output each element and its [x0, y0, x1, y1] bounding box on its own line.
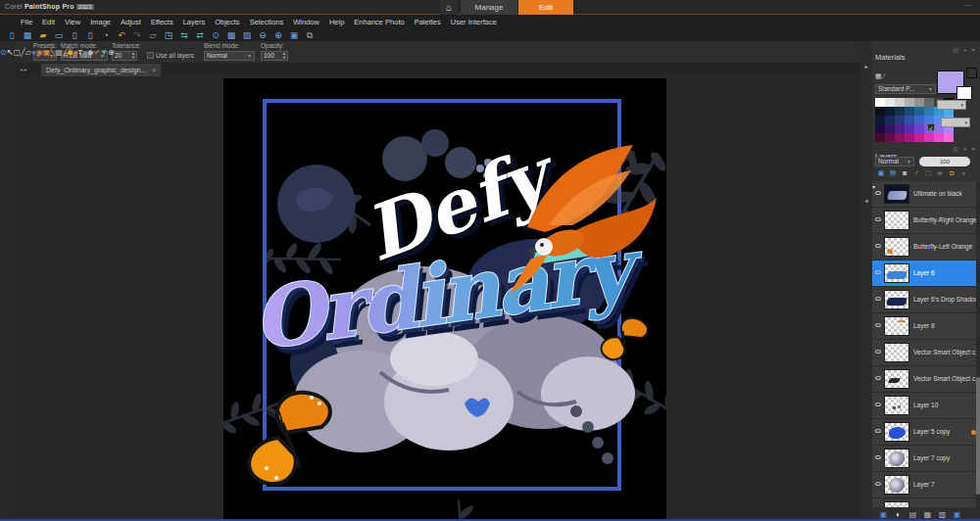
layer-visibility-toggle[interactable] [875, 350, 881, 354]
layer-thumbnail[interactable] [884, 263, 909, 283]
layer-visibility-toggle[interactable] [875, 297, 881, 301]
menu-user-interface[interactable]: User Interface [446, 18, 502, 26]
materials-window-controls[interactable]: ◱ • × [953, 46, 977, 53]
resize-icon[interactable]: ◳ [161, 29, 176, 41]
menu-edit[interactable]: Edit [37, 18, 60, 26]
color-swatch-4-6[interactable] [934, 133, 944, 142]
menu-file[interactable]: File [16, 18, 37, 26]
foreground-mini-chip[interactable] [966, 68, 977, 78]
background-color-chip[interactable] [956, 86, 972, 100]
duplicate-layer-icon[interactable]: ▦ [920, 510, 935, 519]
layer-visibility-toggle[interactable] [875, 217, 881, 221]
lock-transparency-icon[interactable]: ◙ [899, 169, 910, 177]
crop-to-selection-icon[interactable]: ▱ [145, 29, 161, 41]
selection-tool[interactable]: ▢ [13, 48, 21, 57]
layer-row[interactable]: Vector Smart Object c... [872, 366, 980, 393]
tab-scroll-arrows[interactable]: ◂ ▸ [20, 66, 27, 72]
color-swatch-3-2[interactable] [895, 124, 905, 133]
color-swatch-4-2[interactable] [895, 133, 905, 142]
layer-row[interactable] [872, 498, 980, 507]
palette-icon[interactable]: ▣ [286, 29, 302, 41]
menu-layers[interactable]: Layers [178, 18, 211, 26]
menu-help[interactable]: Help [324, 18, 349, 26]
delete-layer-icon[interactable]: ▥ [935, 510, 950, 519]
layer-visibility-toggle[interactable] [875, 244, 881, 248]
use-all-layers-checkbox[interactable]: Use all layers [147, 52, 194, 59]
new-raster-layer-icon[interactable]: ▣ [876, 510, 891, 519]
layer-styles-icon[interactable]: ▣ [950, 510, 964, 519]
scan-icon[interactable]: ▭ [51, 29, 67, 41]
layer-thumbnail[interactable] [884, 290, 909, 309]
color-swatch-0-0[interactable] [875, 98, 885, 107]
checkbox-box[interactable] [147, 52, 154, 59]
foreground-style-button[interactable]: ▾ [937, 100, 966, 110]
layer-thumbnail[interactable] [884, 422, 909, 442]
layer-thumbnail[interactable] [884, 237, 909, 257]
adjust-view-icon[interactable]: ▨ [239, 29, 255, 41]
color-swatch-3-1[interactable] [885, 124, 895, 133]
layer-visibility-toggle[interactable] [875, 191, 881, 195]
color-swatch-0-1[interactable] [885, 98, 895, 107]
menu-objects[interactable]: Objects [210, 18, 244, 26]
layer-visibility-toggle[interactable] [875, 482, 881, 486]
swap-colors-checkbox[interactable]: ✓ [927, 123, 935, 131]
layer-expand-caret[interactable]: ▾ [872, 183, 875, 190]
mesh-warp-tool[interactable]: ▼ [100, 48, 108, 57]
color-swatch-1-0[interactable] [875, 107, 885, 116]
layer-visibility-toggle[interactable] [875, 403, 881, 406]
layer-row[interactable]: Vector Smart Object c... [872, 340, 980, 366]
undo-icon[interactable]: ↶ [114, 29, 129, 41]
zoom-in-icon[interactable]: ⊕ [270, 29, 286, 41]
color-swatch-4-4[interactable] [914, 133, 924, 142]
info-icon[interactable]: ⊙ [208, 29, 223, 41]
document-tab[interactable]: Defy_Ordinary_graphic_design...× [41, 64, 161, 76]
color-swatch-1-3[interactable] [905, 107, 914, 116]
blend-mode-dropdown[interactable]: Normal▼ [204, 51, 255, 61]
layer-row[interactable]: Layer 8 [872, 313, 980, 340]
redo-icon[interactable]: ↷ [129, 29, 145, 41]
layer-row[interactable]: Butterfly-Right Orange [872, 208, 980, 234]
color-swatch-3-3[interactable] [905, 124, 914, 133]
lock-layer-icon[interactable]: ◘ [946, 169, 957, 177]
color-swatch-1-4[interactable] [914, 107, 924, 116]
new-group-icon[interactable]: ▤ [887, 169, 899, 177]
new-mask-layer-icon[interactable]: ▤ [906, 510, 920, 519]
delete-disabled-icon[interactable]: ▢ [922, 169, 934, 177]
menu-window[interactable]: Window [288, 18, 324, 26]
menu-adjust[interactable]: Adjust [116, 18, 146, 26]
color-swatch-0-4[interactable] [914, 98, 924, 107]
layer-blend-mode-dropdown[interactable]: Normal▼ [875, 157, 914, 166]
save-icon[interactable]: ▯ [67, 29, 82, 41]
opacity-input[interactable]: 100▲▼ [261, 51, 288, 61]
background-style-button[interactable]: ▾ [941, 118, 970, 127]
layer-thumbnail[interactable] [884, 211, 909, 230]
layers-window-controls[interactable]: ◱ • × [953, 145, 977, 152]
menu-enhance-photo[interactable]: Enhance Photo [349, 18, 409, 26]
color-swatch-4-3[interactable] [905, 133, 914, 142]
collapse-arrow-icon[interactable]: ▸ [860, 63, 872, 70]
pan-tool[interactable]: ⊕ [108, 48, 115, 57]
menu-selections[interactable]: Selections [245, 18, 289, 26]
layer-thumbnail[interactable] [884, 475, 909, 495]
color-swatch-2-4[interactable] [914, 116, 924, 124]
color-swatch-4-0[interactable] [875, 133, 885, 142]
color-swatch-3-4[interactable] [914, 124, 924, 133]
open-folder-icon[interactable]: ▰ [35, 29, 51, 41]
color-swatch-4-1[interactable] [885, 133, 895, 142]
layer-row[interactable]: Layer 6's Drop Shadow [872, 287, 980, 313]
layer-row[interactable]: Butterfly-Left Orange [872, 234, 980, 260]
layer-visibility-toggle[interactable] [875, 270, 881, 274]
layer-thumbnail[interactable] [884, 369, 909, 389]
undo-arrow-icon[interactable]: ⇆ [176, 29, 192, 41]
color-swatch-0-3[interactable] [905, 98, 914, 107]
materials-tool-icons[interactable]: ▦ ∕ [875, 72, 885, 80]
color-swatch-3-0[interactable] [875, 124, 885, 133]
eraser-tool[interactable]: ╱ [63, 48, 68, 57]
layer-thumbnail[interactable] [884, 449, 909, 468]
tab-edit[interactable]: Edit [518, 0, 573, 15]
redo-arrow-icon[interactable]: ⇄ [192, 29, 208, 41]
blend-ranges-icon[interactable]: ● [957, 169, 969, 177]
color-swatch-0-5[interactable] [924, 98, 934, 107]
layer-thumbnail[interactable] [884, 316, 909, 336]
layers-scrollbar[interactable] [976, 181, 980, 507]
